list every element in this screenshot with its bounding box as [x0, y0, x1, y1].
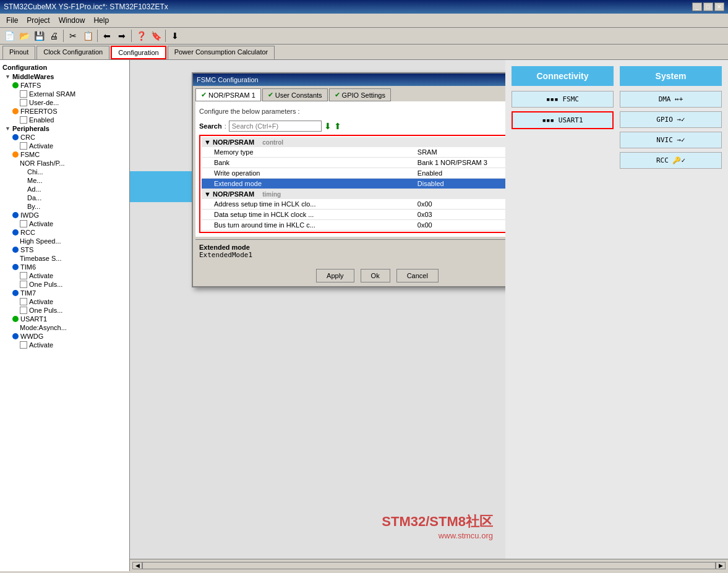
param-memory-type[interactable]: Memory type SRAM — [202, 147, 505, 158]
horizontal-scrollbar[interactable] — [142, 562, 716, 569]
cancel-button[interactable]: Cancel — [396, 269, 439, 282]
right-panel: FSMC Configuration ✕ ✔ NOR/PSRAM 1 ✔ Use… — [130, 60, 728, 571]
check-tim7-activate[interactable] — [20, 298, 27, 305]
tree-rcc-highspeed[interactable]: High Speed... — [2, 237, 127, 245]
check-tim6-onepuls[interactable] — [20, 281, 27, 288]
check-external-sram[interactable] — [20, 90, 27, 98]
tree-sts-timebase[interactable]: Timebase S... — [2, 254, 127, 263]
status-icon-tim6 — [12, 264, 19, 270]
open-button[interactable]: 📂 — [17, 29, 31, 43]
tree-tim7-activate[interactable]: Activate — [2, 297, 127, 306]
check-tim7-onepuls[interactable] — [20, 307, 27, 314]
tree-me[interactable]: Me... — [2, 176, 127, 185]
tree-tim7[interactable]: TIM7 — [2, 289, 127, 297]
usart1-icon: ▪▪▪ — [542, 116, 554, 124]
connectivity-system-panel: Connectivity ▪▪▪ FSMC ▪▪▪ USART1 System … — [505, 60, 728, 559]
tab-power[interactable]: Power Consumption Calculator — [168, 46, 275, 59]
config-section-title: Configuration — [2, 62, 127, 72]
system-gpio-button[interactable]: GPIO →✓ — [620, 111, 722, 128]
system-dma-button[interactable]: DMA ↔+ — [620, 91, 722, 108]
dialog-title-text: FSMC Configuration — [197, 76, 259, 83]
tree-tim6-activate[interactable]: Activate — [2, 271, 127, 280]
tree-da[interactable]: Da... — [2, 193, 127, 202]
forward-button[interactable]: ➡ — [115, 29, 129, 43]
system-nvic-button[interactable]: NVIC →✓ — [620, 132, 722, 148]
param-extended-mode[interactable]: Extended mode Disabled — [202, 179, 505, 189]
check-user-defined[interactable] — [20, 99, 27, 106]
check-tim6-activate[interactable] — [20, 272, 27, 279]
tree-crc[interactable]: CRC — [2, 133, 127, 142]
tree-external-sram[interactable]: External SRAM — [2, 90, 127, 98]
tree-fatfs[interactable]: FATFS — [2, 81, 127, 90]
tree-wwdg-activate[interactable]: Activate — [2, 341, 127, 349]
back-button[interactable]: ⬅ — [100, 29, 114, 43]
cut-button[interactable]: ✂ — [66, 29, 80, 43]
check-iwdg-activate[interactable] — [20, 220, 27, 227]
generate-button[interactable]: ⬇ — [168, 29, 182, 43]
tree-tim7-onepuls[interactable]: One Puls... — [2, 306, 127, 315]
tree-rcc[interactable]: RCC — [2, 228, 127, 237]
minimize-button[interactable]: _ — [692, 2, 702, 11]
new-button[interactable]: 📄 — [2, 29, 16, 43]
menu-project[interactable]: Project — [23, 15, 53, 26]
dialog-tab-norpsram[interactable]: ✔ NOR/PSRAM 1 — [195, 88, 261, 101]
maximize-button[interactable]: □ — [703, 2, 713, 11]
tree-iwdg[interactable]: IWDG — [2, 211, 127, 219]
system-rcc-button[interactable]: RCC 🔑✓ — [620, 152, 722, 169]
menu-help[interactable]: Help — [90, 15, 113, 26]
search-bar: Search : ⬇ ⬆ ⊞ — [199, 117, 505, 135]
check-freertos-enabled[interactable] — [20, 116, 27, 124]
param-bus-turnaround[interactable]: Bus turn around time in HKLC c... 0x00 — [202, 220, 505, 231]
tree-freertos-enabled[interactable]: Enabled — [2, 116, 127, 124]
connectivity-fsmc-button[interactable]: ▪▪▪ FSMC — [512, 91, 614, 108]
search-input[interactable] — [229, 121, 322, 132]
bookmark-button[interactable]: 🔖 — [149, 29, 163, 43]
check-wwdg-activate[interactable] — [20, 341, 27, 349]
menu-window[interactable]: Window — [55, 15, 89, 26]
close-button[interactable]: ✕ — [714, 2, 724, 11]
scroll-right-button[interactable]: ▶ — [716, 562, 726, 569]
tree-peripherals[interactable]: ▼ Peripherals — [2, 124, 127, 133]
dialog-tab-gpiosettings[interactable]: ✔ GPIO Settings — [329, 88, 391, 101]
save-button[interactable]: 💾 — [32, 29, 46, 43]
system-section: System DMA ↔+ GPIO →✓ NVIC →✓ RCC 🔑✓ — [620, 66, 722, 553]
tree-wwdg[interactable]: WWDG — [2, 332, 127, 341]
tree-norflash[interactable]: NOR Flash/P... — [2, 159, 127, 168]
tree-chi[interactable]: Chi... — [2, 168, 127, 176]
tree-by[interactable]: By... — [2, 202, 127, 211]
tab-bar: Pinout Clock Configuration Configuration… — [0, 45, 728, 60]
param-write-operation[interactable]: Write operation Enabled — [202, 168, 505, 179]
tree-usart1-mode[interactable]: Mode:Asynch... — [2, 323, 127, 332]
desc-title: Extended mode — [199, 244, 505, 251]
tree-usart1[interactable]: USART1 — [2, 315, 127, 323]
check-crc-activate[interactable] — [20, 142, 27, 150]
param-data-setup[interactable]: Data setup time in HCLK clock ... 0x03 — [202, 210, 505, 220]
tree-crc-activate[interactable]: Activate — [2, 142, 127, 150]
tab-configuration[interactable]: Configuration — [111, 46, 166, 59]
ok-button[interactable]: Ok — [361, 269, 390, 282]
menu-file[interactable]: File — [2, 15, 22, 26]
tree-tim6[interactable]: TIM6 — [2, 263, 127, 271]
tree-sts[interactable]: STS — [2, 245, 127, 254]
dialog-tab-userconstants[interactable]: ✔ User Constants — [262, 88, 328, 101]
connectivity-usart1-button[interactable]: ▪▪▪ USART1 — [512, 111, 614, 129]
search-prev-button[interactable]: ⬆ — [334, 121, 341, 131]
param-bank[interactable]: Bank Bank 1 NOR/PSRAM 3 — [202, 158, 505, 168]
copy-button[interactable]: 📋 — [81, 29, 95, 43]
tab-pinout[interactable]: Pinout — [2, 46, 35, 59]
tree-tim6-onepuls[interactable]: One Puls... — [2, 280, 127, 289]
tree-freertos[interactable]: FREERTOS — [2, 107, 127, 116]
print-button[interactable]: 🖨 — [47, 29, 61, 43]
tab-clock[interactable]: Clock Configuration — [36, 46, 109, 59]
section-expand-timing: ▼ — [204, 190, 211, 198]
tree-user-defined[interactable]: User-de... — [2, 98, 127, 107]
search-next-button[interactable]: ⬇ — [324, 121, 332, 131]
tree-middlewares[interactable]: ▼ MiddleWares — [2, 72, 127, 81]
scroll-left-button[interactable]: ◀ — [132, 562, 142, 569]
apply-button[interactable]: Apply — [316, 269, 354, 282]
param-address-setup[interactable]: Address setup time in HCLK clo... 0x00 — [202, 199, 505, 210]
help-button[interactable]: ❓ — [134, 29, 148, 43]
tree-ad[interactable]: Ad... — [2, 185, 127, 193]
tree-fsmc[interactable]: FSMC — [2, 150, 127, 159]
tree-iwdg-activate[interactable]: Activate — [2, 219, 127, 228]
